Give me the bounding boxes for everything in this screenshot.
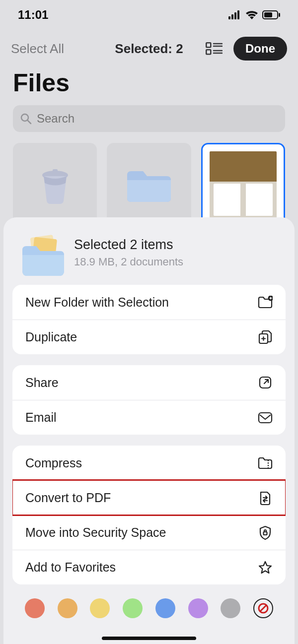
duplicate-icon [258,330,273,345]
color-tag-yellow[interactable] [90,598,110,618]
done-button[interactable]: Done [233,37,287,61]
svg-rect-0 [228,16,230,19]
page-title: Files [0,64,298,105]
cellular-icon [228,10,241,19]
status-bar: 11:01 [0,0,298,27]
action-security-space[interactable]: Move into Security Space [12,515,286,550]
action-label: Share [25,376,59,390]
trash-icon [38,165,73,205]
svg-rect-10 [206,50,211,54]
svg-line-14 [27,120,31,124]
color-tag-blue[interactable] [155,598,175,618]
tile-trash[interactable] [13,143,97,227]
svg-rect-22 [259,413,272,423]
color-tag-purple[interactable] [188,598,208,618]
search-icon [20,113,32,125]
search-field[interactable] [13,105,285,132]
action-label: Compress [25,456,82,470]
action-compress[interactable]: Compress [12,446,286,480]
files-grid [0,143,298,227]
sheet-header: Selected 2 items 18.9 MB, 2 documents [3,229,295,285]
action-label: Move into Security Space [25,525,166,540]
view-toggle-icon[interactable] [206,42,223,55]
action-label: Add to Favorites [25,560,116,575]
action-new-folder[interactable]: New Folder with Selection [12,285,286,320]
selection-toolbar: Select All Selected: 2 Done [0,27,298,64]
color-tag-none[interactable] [253,598,273,618]
action-add-favorites[interactable]: Add to Favorites [12,550,286,584]
selection-folder-icon [18,233,62,272]
search-input[interactable] [37,112,278,126]
select-all-button[interactable]: Select All [11,41,103,57]
status-time: 11:01 [18,8,48,22]
action-group-2: Share Email [12,365,286,435]
svg-rect-7 [206,43,211,47]
convert-pdf-icon [258,491,273,506]
svg-rect-16 [53,169,58,172]
action-group-3: Compress Convert to PDF Move into Securi… [12,446,286,584]
sheet-subtitle: 18.9 MB, 2 documents [74,256,183,268]
folder-icon [124,165,174,205]
color-tag-row [3,595,295,618]
action-email[interactable]: Email [12,400,286,435]
svg-line-25 [260,605,267,612]
selected-count-label: Selected: 2 [103,41,195,57]
email-icon [258,410,273,425]
action-sheet: Selected 2 items 18.9 MB, 2 documents Ne… [3,217,295,644]
image-thumbnail [210,151,277,219]
svg-rect-23 [264,532,267,535]
action-label: Email [25,410,57,425]
color-tag-orange[interactable] [58,598,77,618]
action-label: Convert to PDF [25,491,111,505]
action-convert-pdf[interactable]: Convert to PDF [12,480,286,515]
folder-plus-icon [258,295,273,310]
battery-icon [262,10,280,19]
action-duplicate[interactable]: Duplicate [12,320,286,354]
status-icons [228,10,280,20]
shield-lock-icon [258,525,273,540]
action-label: New Folder with Selection [25,295,169,310]
action-label: Duplicate [25,330,77,344]
tile-folder[interactable] [107,143,191,227]
sheet-title: Selected 2 items [74,237,183,253]
svg-rect-3 [237,10,239,19]
svg-rect-6 [264,12,272,17]
tile-image-selected[interactable] [201,143,285,227]
svg-rect-2 [234,12,236,19]
svg-rect-5 [279,13,280,17]
home-indicator[interactable] [102,637,196,640]
svg-rect-1 [231,14,233,19]
wifi-icon [245,10,258,20]
share-icon [258,375,273,390]
action-group-1: New Folder with Selection Duplicate [12,285,286,354]
compress-icon [258,455,273,470]
action-share[interactable]: Share [12,365,286,400]
color-tag-red[interactable] [25,598,45,618]
color-tag-gray[interactable] [221,598,240,618]
star-icon [258,560,273,575]
color-tag-green[interactable] [123,598,143,618]
